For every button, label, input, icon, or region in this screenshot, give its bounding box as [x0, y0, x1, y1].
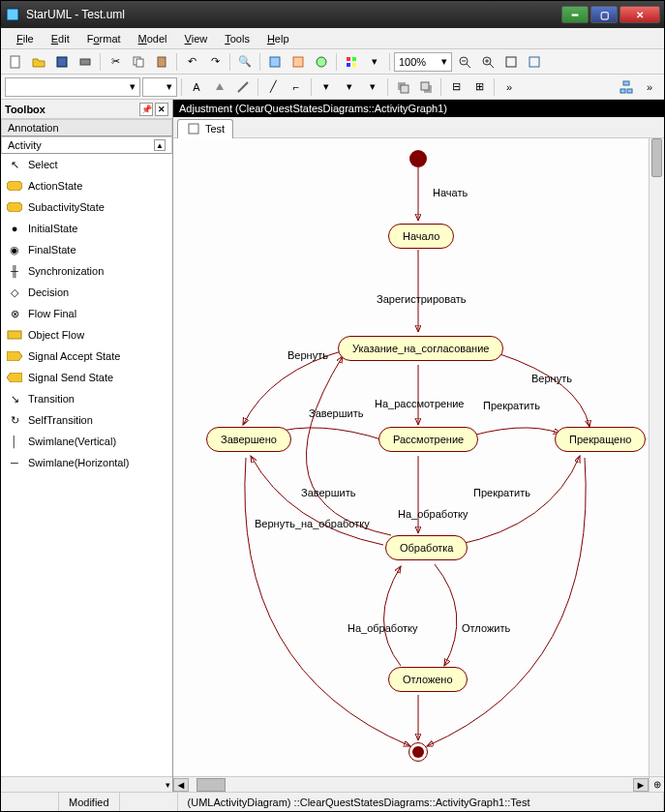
open-icon[interactable]	[28, 51, 49, 73]
scroll-left-icon[interactable]: ◄	[173, 778, 189, 792]
zoomfit-icon[interactable]	[500, 51, 522, 73]
print-icon[interactable]	[75, 51, 96, 73]
toolbox-item-swimlaneh[interactable]: ─Swimlane(Horizontal)	[1, 452, 172, 473]
signalaccept-icon	[7, 348, 22, 364]
toolbox-item-swimlanev[interactable]: │Swimlane(Vertical)	[1, 431, 172, 452]
layout-icon[interactable]	[616, 76, 637, 98]
svg-rect-29	[620, 89, 625, 93]
redo-icon[interactable]: ↷	[204, 51, 226, 73]
menu-model[interactable]: Model	[131, 31, 175, 46]
svg-rect-22	[529, 57, 539, 67]
menu-format[interactable]: Format	[79, 31, 129, 46]
arrange1-icon[interactable]	[392, 76, 413, 98]
horizontal-scrollbar[interactable]: ◄ ►	[173, 776, 649, 792]
node-obrab[interactable]: Обработка	[385, 535, 468, 560]
tool1-icon[interactable]	[264, 51, 286, 73]
dist1-icon[interactable]: ⊟	[445, 76, 467, 98]
toolbar-format: ▾ ▾ A ╱ ⌐ ▾ ▾ ▾ ⊟ ⊞ » »	[1, 75, 664, 100]
toolbox-item-finalstate[interactable]: ◉FinalState	[1, 239, 172, 260]
toolbox-item-selftransition[interactable]: ↻SelfTransition	[1, 409, 172, 431]
toolbox-item-sync[interactable]: ╫Synchronization	[1, 260, 172, 282]
toolbox-item-subactivity[interactable]: SubactivityState	[1, 196, 172, 218]
toolbox-close-icon[interactable]: ✕	[155, 103, 168, 116]
actionstate-icon	[7, 178, 22, 194]
dropdown-icon[interactable]: ▾	[364, 51, 385, 73]
align1-icon[interactable]: ▾	[316, 76, 337, 98]
toolbox-item-initialstate[interactable]: ●InitialState	[1, 218, 172, 239]
align3-icon[interactable]: ▾	[362, 76, 383, 98]
arrange2-icon[interactable]	[415, 76, 437, 98]
zoomout-icon[interactable]	[454, 51, 475, 73]
tool2-icon[interactable]	[287, 51, 309, 73]
toolbox-item-transition[interactable]: ↘Transition	[1, 388, 172, 409]
fontcolor-icon[interactable]: A	[186, 76, 207, 98]
menu-view[interactable]: View	[177, 31, 216, 46]
align2-icon[interactable]: ▾	[339, 76, 360, 98]
initial-state[interactable]	[409, 150, 427, 167]
copy-icon[interactable]	[128, 51, 149, 73]
menu-help[interactable]: Help	[259, 31, 297, 46]
node-otlozh[interactable]: Отложено	[388, 667, 468, 692]
fontsize-select[interactable]: ▾	[142, 77, 177, 97]
node-prekr[interactable]: Прекращено	[555, 427, 646, 452]
expand-icon[interactable]: ⊕	[649, 776, 664, 792]
svg-rect-30	[627, 89, 632, 93]
minimize-button[interactable]: ━	[561, 6, 589, 23]
toolbox-item-decision[interactable]: ◇Decision	[1, 282, 172, 303]
diagram-canvas[interactable]: Начало Указание_на_согласование Рассмотр…	[173, 138, 664, 792]
node-zaver[interactable]: Завершено	[206, 427, 291, 452]
scroll-right-icon[interactable]: ►	[633, 778, 649, 792]
svg-point-9	[317, 57, 326, 67]
status-path: (UMLActivityDiagram) ::ClearQuestStatesD…	[178, 793, 664, 811]
svg-rect-33	[8, 331, 21, 339]
color-icon[interactable]	[341, 51, 362, 73]
statusbar: Modified (UMLActivityDiagram) ::ClearQue…	[1, 792, 664, 811]
zoomfit2-icon[interactable]	[524, 51, 545, 73]
menu-edit[interactable]: Edit	[44, 31, 77, 46]
edge-otlozhit: Отложить	[462, 622, 510, 634]
svg-rect-27	[421, 82, 429, 90]
vertical-scrollbar[interactable]	[649, 138, 664, 776]
find-icon[interactable]: 🔍	[234, 51, 256, 73]
status-modified: Modified	[59, 793, 120, 811]
section-activity[interactable]: Activity▲	[1, 136, 172, 154]
menu-tools[interactable]: Tools	[217, 31, 257, 46]
section-annotation[interactable]: Annotation	[1, 119, 172, 136]
linestyle1-icon[interactable]: ╱	[262, 76, 284, 98]
toolbox-item-signalsend[interactable]: Signal Send State	[1, 367, 172, 388]
toolbox-item-actionstate[interactable]: ActionState	[1, 175, 172, 196]
more-icon[interactable]: »	[499, 76, 520, 98]
tool3-icon[interactable]	[311, 51, 332, 73]
maximize-button[interactable]: ▢	[590, 6, 618, 23]
toolbox-item-signalaccept[interactable]: Signal Accept State	[1, 346, 172, 367]
more2-icon[interactable]: »	[639, 76, 660, 98]
node-start[interactable]: Начало	[388, 224, 454, 249]
edge-zavershit: Завершить	[309, 407, 363, 419]
toolbox-item-select[interactable]: ↖Select	[1, 154, 172, 175]
dist2-icon[interactable]: ⊞	[469, 76, 490, 98]
save-icon[interactable]	[51, 51, 73, 73]
zoom-select[interactable]: 100%▾	[394, 52, 452, 72]
font-select[interactable]: ▾	[5, 77, 140, 97]
close-button[interactable]: ✕	[620, 6, 660, 23]
linecolor-icon[interactable]	[232, 76, 254, 98]
edge-prekratit: Прекратить	[483, 400, 540, 411]
undo-icon[interactable]: ↶	[181, 51, 202, 73]
zoomin-icon[interactable]	[477, 51, 499, 73]
node-ukaz[interactable]: Указание_на_согласование	[338, 336, 503, 361]
edge-narass: На_рассмотрение	[375, 398, 464, 409]
toolbox-item-flowfinal[interactable]: ⊗Flow Final	[1, 303, 172, 324]
paste-icon[interactable]	[151, 51, 172, 73]
menu-file[interactable]: File	[9, 31, 42, 46]
node-rass[interactable]: Рассмотрение	[378, 427, 478, 452]
linestyle2-icon[interactable]: ⌐	[286, 76, 307, 98]
toolbox-item-objectflow[interactable]: Object Flow	[1, 324, 172, 346]
final-state[interactable]	[408, 742, 428, 762]
fillcolor-icon[interactable]	[209, 76, 230, 98]
cut-icon[interactable]: ✂	[105, 51, 126, 73]
diagram-tab-test[interactable]: Test	[177, 119, 233, 138]
toolbox-pin-icon[interactable]: 📌	[139, 103, 153, 116]
sidebar-scroll-icon[interactable]: ▾	[166, 780, 170, 790]
new-icon[interactable]	[5, 51, 26, 73]
selftransition-icon: ↻	[7, 412, 22, 428]
